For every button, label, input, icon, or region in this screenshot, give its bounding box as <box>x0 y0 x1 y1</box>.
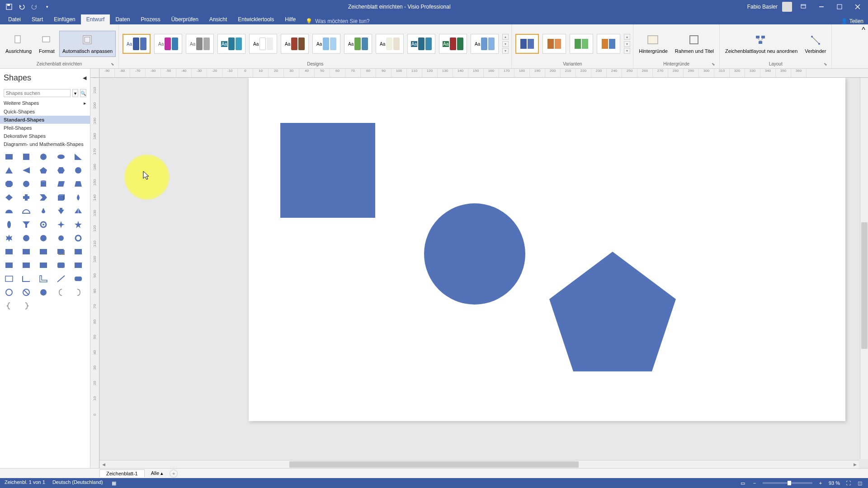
shape-nosign[interactable] <box>20 287 33 297</box>
cat-standard-shapes[interactable]: Standard-Shapes <box>0 116 90 124</box>
tab-start[interactable]: Start <box>26 14 48 24</box>
shape-star4[interactable] <box>55 220 67 230</box>
tell-me-search[interactable]: 💡 Was möchten Sie tun? <box>301 18 374 24</box>
pan-zoom-button[interactable]: ◫ <box>856 479 863 487</box>
design-theme-7[interactable]: Aa <box>312 34 340 54</box>
shape-brace-left[interactable] <box>3 301 15 311</box>
user-name[interactable]: Fabio Basler <box>747 4 778 10</box>
zeichenblatt-layout-button[interactable]: Zeichenblattlayout neu anordnen <box>722 31 800 56</box>
shape-triangle-left[interactable] <box>20 165 33 175</box>
tab-ueberpruefen[interactable]: Überprüfen <box>166 14 204 24</box>
tab-entwicklertools[interactable]: Entwicklertools <box>232 14 279 24</box>
design-theme-9[interactable]: Aa <box>376 34 404 54</box>
gallery-more-button[interactable]: ▾ <box>502 48 509 54</box>
shape-drop[interactable] <box>72 192 85 202</box>
shape-right-triangle[interactable] <box>72 152 85 162</box>
shape-cube[interactable] <box>55 192 67 202</box>
shape-circle-small[interactable] <box>55 233 67 243</box>
shape-trapezoid[interactable] <box>72 179 85 189</box>
presentation-mode-button[interactable]: ▭ <box>739 479 746 487</box>
variant-2[interactable] <box>542 34 566 54</box>
shape-arc[interactable] <box>3 206 15 216</box>
cat-quick-shapes[interactable]: Quick-Shapes <box>0 108 90 116</box>
shape-cross[interactable] <box>20 192 33 202</box>
drawing-page[interactable] <box>249 78 845 421</box>
shape-circle[interactable] <box>37 152 50 162</box>
shape-star5[interactable] <box>72 220 85 230</box>
shape-square-on-page[interactable] <box>280 123 375 218</box>
rahmen-titel-button[interactable]: Rahmen und Titel <box>672 31 717 56</box>
zoom-slider[interactable] <box>763 482 812 484</box>
save-button[interactable] <box>5 2 14 11</box>
auto-anpassen-button[interactable]: Automatisch anpassen <box>59 31 116 56</box>
zoom-in-button[interactable]: + <box>817 479 824 487</box>
undo-button[interactable] <box>17 2 26 11</box>
design-theme-8[interactable]: Aa <box>344 34 372 54</box>
fit-page-button[interactable]: ⛶ <box>844 479 852 487</box>
cat-weitere-shapes[interactable]: Weitere Shapes▸ <box>0 99 90 108</box>
tab-prozess[interactable]: Prozess <box>135 14 165 24</box>
gallery-up-button[interactable]: ▴ <box>502 34 509 40</box>
shape-ellipse[interactable] <box>55 152 67 162</box>
shape-star7[interactable] <box>20 233 33 243</box>
shape-funnel[interactable] <box>20 220 33 230</box>
shape-l[interactable] <box>37 274 50 284</box>
macro-recorder-icon[interactable]: ▦ <box>110 479 118 487</box>
shape-rect-3d-3[interactable] <box>37 247 50 257</box>
shape-donut[interactable] <box>3 287 15 297</box>
shape-diamond[interactable] <box>3 192 15 202</box>
scroll-right-button[interactable]: ▶ <box>851 460 859 469</box>
shape-arrow-down[interactable] <box>55 206 67 216</box>
shape-bracket-left[interactable] <box>55 287 67 297</box>
canvas-viewport[interactable] <box>99 78 859 459</box>
shape-parallelogram[interactable] <box>55 179 67 189</box>
hintergruende-button[interactable]: Hintergründe <box>636 31 670 56</box>
shape-heptagon[interactable] <box>72 165 85 175</box>
shapes-search-input[interactable] <box>4 89 71 97</box>
vertical-scrollbar[interactable] <box>860 78 868 459</box>
shape-gear[interactable] <box>37 220 50 230</box>
shape-rect-shadow-1[interactable] <box>55 247 67 257</box>
minimize-button[interactable] <box>815 1 828 12</box>
search-button[interactable]: 🔍 <box>80 89 86 97</box>
shape-square[interactable] <box>20 152 33 162</box>
design-theme-3[interactable]: Aa <box>186 34 214 54</box>
collapse-panel-button[interactable]: ◀ <box>83 75 86 81</box>
shape-hexagon[interactable] <box>55 165 67 175</box>
shape-octagon[interactable] <box>3 179 15 189</box>
shape-rectangle[interactable] <box>3 152 15 162</box>
shape-chord[interactable] <box>20 206 33 216</box>
format-button[interactable]: Format <box>36 31 57 56</box>
shape-triangle[interactable] <box>3 165 15 175</box>
qat-customize[interactable]: ▾ <box>42 2 52 11</box>
shape-rect-snip[interactable] <box>72 260 85 270</box>
gallery-down-button[interactable]: ▾ <box>502 41 509 47</box>
variant-1[interactable] <box>515 34 539 54</box>
scroll-h-thumb[interactable] <box>289 461 579 468</box>
design-theme-2[interactable]: Aa <box>154 34 182 54</box>
variant-more-button[interactable]: ▾ <box>624 48 630 54</box>
cat-diagramm-mathematik[interactable]: Diagramm- und Mathematik-Shapes <box>0 140 90 148</box>
shape-rect-round[interactable] <box>55 260 67 270</box>
ribbon-options-button[interactable] <box>797 1 810 12</box>
shape-brace-right[interactable] <box>20 301 33 311</box>
tab-hilfe[interactable]: Hilfe <box>279 14 301 24</box>
close-button[interactable] <box>851 1 864 12</box>
variant-up-button[interactable]: ▴ <box>624 34 630 40</box>
verbinder-button[interactable]: Verbinder <box>802 31 829 56</box>
tab-datei[interactable]: Datei <box>3 14 26 24</box>
search-dropdown-button[interactable]: ▾ <box>72 89 78 97</box>
scroll-v-thumb[interactable] <box>861 222 868 349</box>
variant-down-button[interactable]: ▾ <box>624 41 630 47</box>
variant-4[interactable] <box>597 34 620 54</box>
ausrichtung-button[interactable]: Ausrichtung <box>3 31 34 56</box>
shape-star6[interactable] <box>3 233 15 243</box>
shape-rect-shadow-4[interactable] <box>20 260 33 270</box>
dialog-launcher-bg-icon[interactable]: ⬊ <box>711 62 716 66</box>
tab-einfuegen[interactable]: Einfügen <box>48 14 80 24</box>
horizontal-scrollbar[interactable]: ◀ ▶ <box>99 460 859 468</box>
shape-pentagon-on-page[interactable] <box>549 252 676 371</box>
tab-daten[interactable]: Daten <box>110 14 135 24</box>
variant-3[interactable] <box>570 34 593 54</box>
zoom-out-button[interactable]: − <box>751 479 758 487</box>
